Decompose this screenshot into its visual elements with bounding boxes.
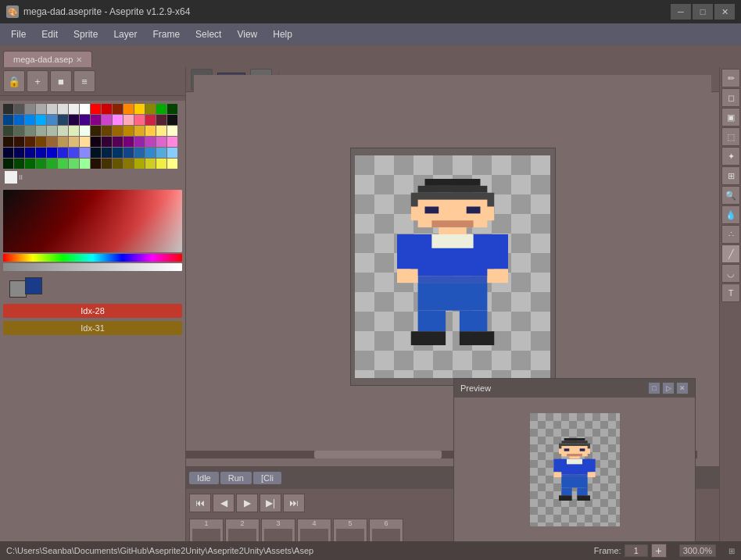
palette-cell[interactable] <box>69 137 79 147</box>
lock-button[interactable]: 🔒 <box>3 70 25 92</box>
palette-cell[interactable] <box>113 148 123 158</box>
rtool-eraser[interactable]: ◻ <box>721 88 740 107</box>
palette-cell[interactable] <box>123 159 134 169</box>
frame-increment-button[interactable]: + <box>651 544 667 558</box>
tab-mega-dad[interactable]: mega-dad.asep ✕ <box>3 51 92 67</box>
preview-close-button[interactable]: ✕ <box>676 382 689 394</box>
palette-cell[interactable] <box>134 104 145 114</box>
palette-cell[interactable] <box>80 159 90 169</box>
palette-cell[interactable] <box>58 126 68 136</box>
palette-cell[interactable] <box>36 104 46 114</box>
palette-cell[interactable] <box>36 137 46 147</box>
palette-cell[interactable] <box>123 126 134 136</box>
palette-cell[interactable] <box>156 148 166 158</box>
palette-cell[interactable] <box>167 126 177 136</box>
palette-cell[interactable] <box>134 137 145 147</box>
palette-cell[interactable] <box>102 159 112 169</box>
palette-cell[interactable] <box>167 115 177 125</box>
menu-edit[interactable]: Edit <box>34 26 66 43</box>
palette-cell[interactable] <box>145 148 156 158</box>
palette-cell[interactable] <box>47 159 57 169</box>
h-scroll-thumb[interactable] <box>314 451 442 458</box>
rtool-crop[interactable]: ⊞ <box>721 166 740 185</box>
anim-tag-idle[interactable]: Idle <box>189 472 219 484</box>
menu-help[interactable]: Help <box>265 26 300 43</box>
palette-cell[interactable] <box>113 104 123 114</box>
palette-cell[interactable] <box>80 104 90 114</box>
palette-cell[interactable] <box>14 126 24 136</box>
preview-play-button[interactable]: ▷ <box>662 382 675 394</box>
anim-tag-run[interactable]: Run <box>220 472 252 484</box>
rtool-fill[interactable]: ▣ <box>721 108 740 127</box>
palette-cell[interactable] <box>134 115 145 125</box>
palette-cell[interactable] <box>80 115 90 125</box>
palette-cell[interactable] <box>3 137 13 147</box>
palette-cell[interactable] <box>134 148 145 158</box>
palette-cell[interactable] <box>145 137 156 147</box>
palette-cell[interactable] <box>58 115 68 125</box>
menu-view[interactable]: View <box>229 26 265 43</box>
rtool-eyedrop[interactable]: 💧 <box>721 205 740 224</box>
palette-cell[interactable] <box>167 159 177 169</box>
menu-button[interactable]: ≡ <box>73 70 95 92</box>
palette-cell[interactable] <box>3 126 13 136</box>
menu-select[interactable]: Select <box>188 26 229 43</box>
background-color[interactable] <box>9 280 27 298</box>
palette-cell[interactable] <box>25 104 35 114</box>
palette-cell[interactable] <box>145 104 156 114</box>
palette-cell[interactable] <box>134 159 145 169</box>
palette-cell[interactable] <box>58 148 68 158</box>
palette-cell[interactable] <box>123 148 134 158</box>
palette-cell[interactable] <box>3 115 13 125</box>
palette-cell[interactable] <box>102 126 112 136</box>
palette-cell[interactable] <box>36 148 46 158</box>
rtool-spray[interactable]: ∴ <box>721 225 740 244</box>
palette-cell[interactable] <box>156 104 166 114</box>
palette-cell[interactable] <box>25 137 35 147</box>
palette-cell[interactable] <box>123 137 134 147</box>
palette-cell[interactable] <box>156 137 166 147</box>
rtool-text[interactable]: T <box>721 284 740 302</box>
menu-layer[interactable]: Layer <box>106 26 145 43</box>
preview-expand-button[interactable]: □ <box>648 382 660 394</box>
palette-extra[interactable] <box>5 171 17 184</box>
palette-cell[interactable] <box>102 137 112 147</box>
maximize-button[interactable]: □ <box>693 4 713 20</box>
palette-cell[interactable] <box>58 159 68 169</box>
first-frame-button[interactable]: ⏮ <box>189 494 211 512</box>
palette-cell[interactable] <box>14 115 24 125</box>
minimize-button[interactable]: ─ <box>671 4 691 20</box>
palette-cell[interactable] <box>167 104 177 114</box>
palette-cell[interactable] <box>123 104 134 114</box>
remove-button[interactable]: ■ <box>50 70 72 92</box>
rtool-select[interactable]: ⬚ <box>721 127 740 146</box>
palette-cell[interactable] <box>113 126 123 136</box>
frame-input[interactable] <box>625 544 648 557</box>
palette-cell[interactable] <box>3 148 13 158</box>
palette-cell[interactable] <box>36 159 46 169</box>
palette-cell[interactable] <box>69 104 79 114</box>
hue-bar[interactable] <box>3 254 182 262</box>
foreground-color[interactable] <box>25 277 42 294</box>
palette-cell[interactable] <box>14 148 24 158</box>
palette-cell[interactable] <box>91 148 101 158</box>
palette-cell[interactable] <box>69 126 79 136</box>
palette-cell[interactable] <box>58 137 68 147</box>
palette-cell[interactable] <box>167 137 177 147</box>
palette-cell[interactable] <box>91 159 101 169</box>
anim-tag-clip[interactable]: [Cli <box>253 472 281 484</box>
next-frame-button[interactable]: ▶| <box>260 494 281 512</box>
palette-cell[interactable] <box>58 104 68 114</box>
palette-cell[interactable] <box>80 137 90 147</box>
palette-cell[interactable] <box>145 126 156 136</box>
close-button[interactable]: ✕ <box>714 4 735 20</box>
palette-cell[interactable] <box>91 137 101 147</box>
palette-cell[interactable] <box>25 148 35 158</box>
palette-cell[interactable] <box>102 104 112 114</box>
palette-cell[interactable] <box>14 104 24 114</box>
play-button[interactable]: ▶ <box>236 494 258 512</box>
menu-sprite[interactable]: Sprite <box>66 26 106 43</box>
color-gradient[interactable] <box>3 190 182 252</box>
rtool-line[interactable]: ╱ <box>721 244 740 263</box>
palette-cell[interactable] <box>3 104 13 114</box>
